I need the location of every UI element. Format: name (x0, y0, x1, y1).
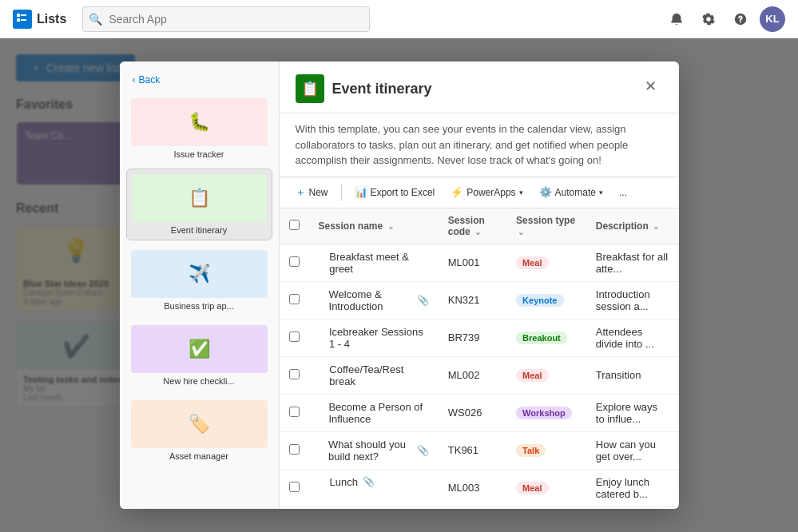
table-row: Coffee/Tea/Rest breakML002MealTransition (280, 356, 679, 394)
row-5-checkbox[interactable] (289, 444, 300, 455)
session-type-badge: Meal (516, 369, 548, 382)
data-table-wrap: Session name ⌄ Session code ⌄ Session ty… (280, 208, 679, 510)
row-session-type: Workshop (506, 394, 586, 431)
row-description: Attendees divide into ... (586, 319, 679, 356)
data-table: Session name ⌄ Session code ⌄ Session ty… (280, 208, 679, 510)
row-description: Introduction session a... (586, 281, 679, 319)
row-session-name: The evolution of email use... (309, 507, 439, 510)
toolbar-automate-button[interactable]: ⚙️ Automate ▾ (533, 183, 609, 201)
row-session-name: Coffee/Tea/Rest break (309, 357, 439, 394)
row-description: Explore ways to influe... (586, 394, 679, 431)
modal-layout: ‹ Back 🐛 Issue tracker 📋 Event itinerary… (120, 62, 679, 509)
template-thumb-event: 📋 (132, 174, 267, 222)
settings-button[interactable] (696, 6, 721, 32)
row-session-name: Lunch📎 (309, 470, 439, 494)
table-header-row: Session name ⌄ Session code ⌄ Session ty… (280, 208, 679, 244)
session-name-sort-icon: ⌄ (387, 222, 394, 231)
row-checkbox-cell (280, 319, 309, 356)
row-session-code: KN321 (439, 281, 506, 319)
col-description[interactable]: Description ⌄ (586, 208, 679, 244)
table-body: Breakfast meet & greetML001MealBreakfast… (280, 244, 679, 509)
row-session-name: Welcome & Introduction📎 (309, 282, 439, 319)
table-row: What should you build next?📎TK961TalkHow… (280, 431, 679, 469)
col-session-name[interactable]: Session name ⌄ (309, 208, 439, 244)
back-button[interactable]: ‹ Back (126, 71, 272, 89)
event-itinerary-modal: ‹ Back 🐛 Issue tracker 📋 Event itinerary… (120, 62, 679, 509)
row-description: How can you get over... (586, 431, 679, 469)
search-bar: 🔍 (82, 6, 370, 32)
row-3-checkbox[interactable] (289, 369, 300, 379)
session-type-badge: Talk (516, 444, 546, 457)
template-item-event-itinerary[interactable]: 📋 Event itinerary (126, 169, 272, 240)
app-icon (13, 10, 32, 29)
template-item-issue-tracker[interactable]: 🐛 Issue tracker (126, 93, 272, 164)
modal-close-button[interactable]: ✕ (639, 74, 663, 98)
row-session-code: BR739 (439, 319, 506, 356)
col-session-type[interactable]: Session type ⌄ (506, 208, 586, 244)
template-item-asset-manager[interactable]: 🏷️ Asset manager (126, 395, 272, 466)
powerapps-icon: ⚡ (451, 186, 463, 198)
search-input[interactable] (82, 6, 370, 32)
toolbar-powerapps-button[interactable]: ⚡ PowerApps ▾ (444, 183, 529, 201)
select-all-checkbox[interactable] (289, 220, 300, 230)
row-0-checkbox[interactable] (289, 256, 300, 267)
col-session-code[interactable]: Session code ⌄ (439, 208, 506, 244)
help-button[interactable] (728, 6, 753, 32)
attachment-icon: 📎 (363, 476, 375, 487)
notifications-button[interactable] (664, 6, 689, 32)
row-checkbox-cell (280, 506, 309, 509)
table-row: Icebreaker Sessions 1 - 4BR739BreakoutAt… (280, 319, 679, 356)
template-item-new-hire[interactable]: ✅ New hire checkli... (126, 320, 272, 391)
row-session-code: ML001 (439, 244, 506, 281)
avatar[interactable]: KL (760, 6, 785, 32)
description-sort-icon: ⌄ (653, 222, 659, 231)
svg-rect-1 (17, 18, 20, 22)
modal-header: 📋 Event itinerary ✕ (280, 62, 679, 113)
template-thumb-asset: 🏷️ (131, 400, 268, 448)
row-session-type: Talk (506, 506, 586, 509)
session-type-sort-icon: ⌄ (518, 228, 524, 236)
toolbar-export-button[interactable]: 📊 Export to Excel (348, 183, 442, 201)
search-icon: 🔍 (89, 13, 102, 26)
row-session-type: Meal (506, 469, 586, 506)
session-type-badge: Meal (516, 482, 548, 494)
toolbar-more-button[interactable]: ... (613, 184, 633, 201)
row-1-checkbox[interactable] (289, 294, 300, 304)
row-description: Transition (586, 356, 679, 394)
row-4-checkbox[interactable] (289, 407, 300, 417)
template-thumb-hire: ✅ (131, 325, 268, 373)
row-session-name: Breakfast meet & greet (309, 244, 439, 281)
topbar-actions: KL (664, 6, 785, 32)
row-session-type: Meal (506, 356, 586, 394)
attachment-icon: 📎 (417, 295, 429, 306)
topbar: Lists 🔍 KL (0, 0, 798, 38)
main-area: ＋ Create new list Favorites Team Co... R… (0, 38, 798, 532)
powerapps-chevron-icon: ▾ (519, 189, 523, 197)
row-description: Breakfast for all atte... (586, 244, 679, 281)
row-session-code: TK173 (439, 506, 506, 509)
automate-icon: ⚙️ (539, 186, 552, 198)
session-type-badge: Keynote (516, 294, 563, 307)
automate-chevron-icon: ▾ (599, 189, 603, 197)
row-session-code: ML002 (439, 356, 506, 394)
template-item-business-trip[interactable]: ✈️ Business trip ap... (126, 245, 272, 316)
row-2-checkbox[interactable] (289, 332, 300, 342)
row-checkbox-cell (280, 281, 309, 319)
svg-rect-3 (21, 19, 26, 21)
modal-title-area: 📋 Event itinerary (296, 74, 432, 103)
row-checkbox-cell (280, 431, 309, 469)
modal-app-icon: 📋 (296, 74, 324, 103)
svg-rect-2 (21, 14, 26, 16)
row-checkbox-cell (280, 394, 309, 431)
template-thumb-business: ✈️ (131, 250, 268, 298)
row-session-name: What should you build next?📎 (309, 432, 439, 469)
modal-toolbar: ＋ New 📊 Export to Excel ⚡ PowerApps ▾ (280, 177, 679, 208)
row-session-type: Meal (506, 244, 586, 281)
session-type-badge: Workshop (516, 407, 572, 419)
row-6-checkbox[interactable] (289, 482, 300, 492)
row-session-type: Keynote (506, 281, 586, 319)
session-code-sort-icon: ⌄ (474, 228, 481, 236)
row-session-code: WS026 (439, 394, 506, 431)
toolbar-new-button[interactable]: ＋ New (289, 182, 335, 203)
export-icon: 📊 (355, 186, 367, 198)
